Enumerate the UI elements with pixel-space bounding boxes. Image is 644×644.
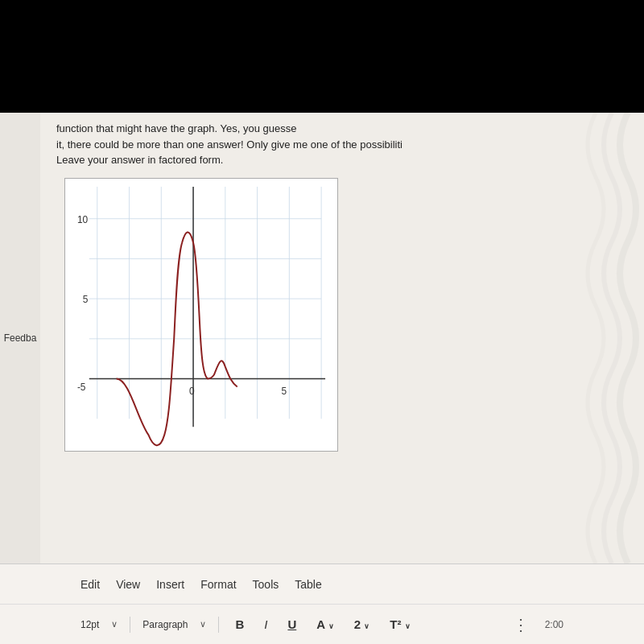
feedback-label: Feedba <box>4 332 37 344</box>
font-color-button[interactable]: A ∨ <box>312 616 337 633</box>
edit-menu[interactable]: Edit <box>80 578 100 591</box>
svg-text:0: 0 <box>189 386 195 397</box>
divider-2 <box>218 617 219 633</box>
svg-text:5: 5 <box>83 294 89 305</box>
bottom-toolbar: 12pt ∨ Paragraph ∨ B I U A ∨ 2 ∨ T² ∨ ⋮ … <box>0 604 644 644</box>
font-color-chevron[interactable]: ∨ <box>328 622 334 630</box>
paragraph-chevron[interactable]: ∨ <box>200 619 206 630</box>
table-menu[interactable]: Table <box>295 578 321 591</box>
toolbar-area: Edit View Insert Format Tools Table <box>0 564 644 604</box>
font-size-selector[interactable]: 12pt <box>80 619 99 630</box>
time-display: 2:00 <box>545 619 564 630</box>
graph-svg: 10 5 -5 0 5 <box>65 179 337 451</box>
italic-button[interactable]: I <box>260 616 271 633</box>
highlight-button[interactable]: 2 ∨ <box>350 616 374 633</box>
svg-text:5: 5 <box>281 386 287 397</box>
view-menu[interactable]: View <box>116 578 140 591</box>
divider-1 <box>130 617 130 633</box>
font-size-chevron[interactable]: ∨ <box>111 619 118 630</box>
bold-button[interactable]: B <box>231 616 248 633</box>
insert-menu[interactable]: Insert <box>156 578 184 591</box>
highlight-chevron[interactable]: ∨ <box>364 622 369 630</box>
format-menu[interactable]: Format <box>200 578 236 591</box>
graph-container: 10 5 -5 0 5 <box>64 178 338 452</box>
wavy-decoration <box>483 113 644 564</box>
tools-menu[interactable]: Tools <box>253 578 279 591</box>
paragraph-selector[interactable]: Paragraph <box>142 619 188 630</box>
main-content: Feedba function that might have the grap… <box>0 113 644 564</box>
superscript-chevron[interactable]: ∨ <box>405 622 411 630</box>
superscript-button[interactable]: T² ∨ <box>386 616 414 633</box>
left-sidebar: Feedba <box>0 113 40 564</box>
svg-text:-5: -5 <box>77 382 86 393</box>
underline-button[interactable]: U <box>283 616 300 633</box>
top-black-bar <box>0 0 644 113</box>
svg-text:10: 10 <box>77 213 89 225</box>
more-options-icon[interactable]: ⋮ <box>513 615 529 634</box>
